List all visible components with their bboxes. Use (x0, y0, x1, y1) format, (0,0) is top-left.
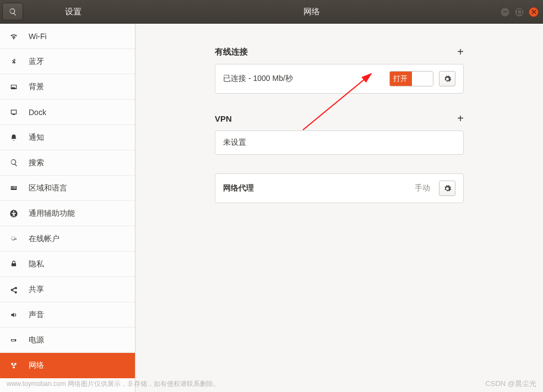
add-wired-button[interactable]: + (457, 46, 464, 58)
sidebar-item-label: 声音 (29, 310, 44, 320)
wired-settings-button[interactable] (439, 71, 455, 86)
sidebar-item-wifi[interactable]: Wi-Fi (0, 24, 135, 49)
vpn-section-title: VPN (215, 114, 232, 123)
sidebar-item-dock[interactable]: Dock (0, 100, 135, 125)
watermark-left: www.toymoban.com 网络图片仅供展示，非存储，如有侵权请联系删除。 (7, 379, 220, 389)
watermark-right: CSDN @晨尘光 (485, 379, 536, 389)
vpn-card: 未设置 (215, 130, 464, 155)
proxy-mode-value: 手动 (415, 183, 430, 193)
gear-icon (443, 184, 452, 193)
bluetooth-icon (9, 57, 19, 66)
titlebar-search-button[interactable] (2, 3, 23, 20)
network-icon (9, 362, 19, 369)
sidebar-item-label: 搜索 (29, 158, 44, 168)
sound-icon (9, 311, 19, 319)
gear-icon (443, 75, 452, 83)
sidebar-item-region[interactable]: 区域和语言 (0, 176, 135, 201)
sidebar-item-label: 电源 (29, 335, 44, 345)
background-icon (9, 83, 19, 91)
privacy-icon (9, 260, 19, 268)
proxy-settings-button[interactable] (439, 181, 455, 196)
settings-sidebar: Wi-Fi 蓝牙 背景 Dock 通知 搜索 区域和语言 通用辅 (0, 24, 135, 392)
sidebar-item-label: Wi-Fi (29, 32, 47, 41)
sidebar-item-label: Dock (29, 108, 46, 117)
sidebar-item-online-accounts[interactable]: 在线帐户 (0, 226, 135, 252)
region-icon (9, 184, 19, 192)
accessibility-icon (9, 209, 19, 218)
close-icon (531, 9, 536, 14)
sidebar-item-search[interactable]: 搜索 (0, 150, 135, 176)
power-icon (9, 337, 19, 344)
window-controls (500, 0, 539, 24)
sidebar-item-privacy[interactable]: 隐私 (0, 252, 135, 277)
window-titlebar: 设置 网络 (0, 0, 543, 24)
sidebar-item-background[interactable]: 背景 (0, 74, 135, 100)
wired-section-title: 有线连接 (215, 47, 248, 57)
window-close-button[interactable] (529, 7, 539, 17)
sidebar-item-label: 共享 (29, 285, 44, 295)
sidebar-item-power[interactable]: 电源 (0, 328, 135, 353)
wired-connection-card: 已连接 - 1000 Mb/秒 打开 (215, 64, 464, 94)
dock-icon (9, 108, 19, 116)
switch-off-side (412, 72, 433, 86)
online-accounts-icon (9, 235, 19, 243)
sidebar-item-label: 在线帐户 (29, 234, 59, 244)
sharing-icon (9, 285, 19, 294)
sidebar-item-label: 网络 (29, 361, 44, 371)
window-minimize-button[interactable] (500, 7, 510, 17)
sidebar-item-label: 背景 (29, 82, 44, 92)
sidebar-item-label: 通知 (29, 133, 44, 143)
notification-icon (9, 133, 19, 142)
sidebar-item-notifications[interactable]: 通知 (0, 125, 135, 150)
sidebar-item-sound[interactable]: 声音 (0, 302, 135, 328)
sidebar-item-network[interactable]: 网络 (0, 353, 135, 378)
wired-toggle-switch[interactable]: 打开 (389, 71, 433, 86)
proxy-card[interactable]: 网络代理 手动 (215, 173, 464, 203)
add-vpn-button[interactable]: + (457, 112, 464, 125)
vpn-status-text: 未设置 (223, 138, 246, 148)
sidebar-item-label: 区域和语言 (29, 183, 67, 193)
window-maximize-button[interactable] (514, 7, 524, 17)
proxy-title: 网络代理 (223, 183, 254, 193)
sidebar-item-label: 蓝牙 (29, 57, 44, 67)
search-icon (9, 159, 19, 167)
sidebar-item-bluetooth[interactable]: 蓝牙 (0, 49, 135, 74)
vpn-section-header: VPN + (215, 112, 464, 125)
sidebar-item-accessibility[interactable]: 通用辅助功能 (0, 201, 135, 226)
wifi-icon (9, 32, 19, 41)
wired-status-text: 已连接 - 1000 Mb/秒 (223, 74, 293, 84)
sidebar-item-sharing[interactable]: 共享 (0, 277, 135, 302)
wired-section-header: 有线连接 + (215, 46, 464, 58)
sidebar-item-label: 通用辅助功能 (29, 209, 75, 219)
search-icon (9, 8, 17, 16)
switch-on-label: 打开 (390, 72, 412, 86)
sidebar-item-label: 隐私 (29, 259, 44, 269)
network-settings-content: 有线连接 + 已连接 - 1000 Mb/秒 打开 VPN + 未设置 (135, 24, 543, 392)
titlebar-center-title: 网络 (135, 7, 488, 17)
